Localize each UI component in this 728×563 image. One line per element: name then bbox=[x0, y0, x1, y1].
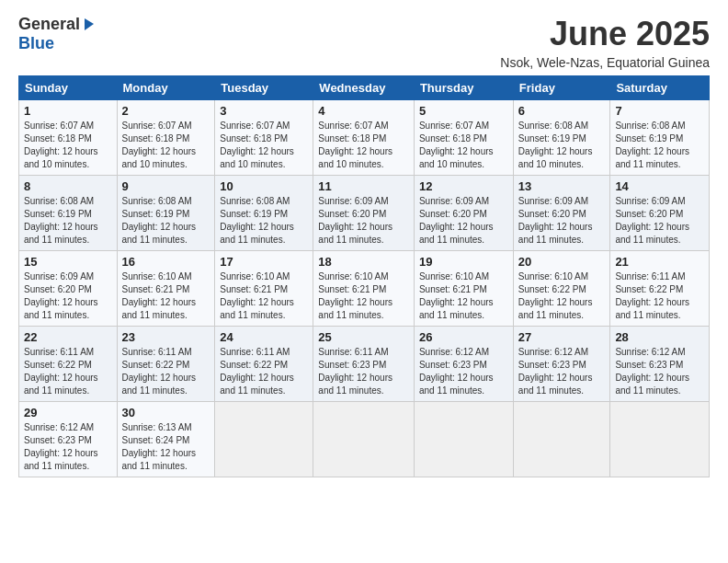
day-number: 8 bbox=[24, 179, 112, 193]
calendar-cell: 14Sunrise: 6:09 AMSunset: 6:20 PMDayligh… bbox=[610, 176, 710, 251]
calendar-title: June 2025 bbox=[500, 15, 710, 53]
day-info: Sunrise: 6:08 AMSunset: 6:19 PMDaylight:… bbox=[122, 196, 197, 245]
logo-blue: Blue bbox=[18, 34, 54, 52]
day-number: 7 bbox=[615, 104, 704, 118]
calendar-cell: 28Sunrise: 6:12 AMSunset: 6:23 PMDayligh… bbox=[610, 327, 710, 402]
day-number: 9 bbox=[122, 179, 210, 193]
calendar-cell: 26Sunrise: 6:12 AMSunset: 6:23 PMDayligh… bbox=[414, 327, 513, 402]
calendar-cell: 18Sunrise: 6:10 AMSunset: 6:21 PMDayligh… bbox=[313, 251, 415, 327]
day-number: 17 bbox=[220, 255, 308, 269]
day-info: Sunrise: 6:08 AMSunset: 6:19 PMDaylight:… bbox=[518, 121, 593, 169]
calendar-cell: 22Sunrise: 6:11 AMSunset: 6:22 PMDayligh… bbox=[19, 327, 118, 402]
day-info: Sunrise: 6:09 AMSunset: 6:20 PMDaylight:… bbox=[419, 196, 494, 245]
logo-general: General bbox=[18, 15, 80, 34]
calendar-cell: 1Sunrise: 6:07 AMSunset: 6:18 PMDaylight… bbox=[19, 100, 118, 176]
day-info: Sunrise: 6:10 AMSunset: 6:21 PMDaylight:… bbox=[419, 271, 494, 320]
day-number: 3 bbox=[220, 104, 308, 118]
day-info: Sunrise: 6:09 AMSunset: 6:20 PMDaylight:… bbox=[24, 271, 98, 320]
day-info: Sunrise: 6:10 AMSunset: 6:21 PMDaylight:… bbox=[122, 271, 197, 320]
day-number: 12 bbox=[419, 179, 508, 193]
calendar-cell bbox=[610, 402, 710, 477]
day-number: 6 bbox=[518, 104, 606, 118]
day-info: Sunrise: 6:09 AMSunset: 6:20 PMDaylight:… bbox=[615, 196, 689, 245]
calendar-cell: 24Sunrise: 6:11 AMSunset: 6:22 PMDayligh… bbox=[215, 327, 313, 402]
day-number: 29 bbox=[24, 406, 112, 419]
header-sunday: Sunday bbox=[19, 76, 118, 100]
header-friday: Friday bbox=[513, 76, 610, 100]
day-info: Sunrise: 6:10 AMSunset: 6:21 PMDaylight:… bbox=[220, 271, 294, 320]
logo: General Blue bbox=[18, 15, 96, 53]
calendar-body: 1Sunrise: 6:07 AMSunset: 6:18 PMDaylight… bbox=[19, 100, 710, 477]
calendar-page: General Blue June 2025 Nsok, Wele-Nzas, … bbox=[0, 0, 728, 563]
day-number: 27 bbox=[518, 330, 606, 344]
day-info: Sunrise: 6:11 AMSunset: 6:23 PMDaylight:… bbox=[318, 347, 392, 396]
day-info: Sunrise: 6:11 AMSunset: 6:22 PMDaylight:… bbox=[615, 271, 689, 320]
day-info: Sunrise: 6:07 AMSunset: 6:18 PMDaylight:… bbox=[419, 121, 494, 169]
day-number: 21 bbox=[615, 255, 704, 269]
calendar-cell bbox=[414, 402, 513, 477]
day-info: Sunrise: 6:09 AMSunset: 6:20 PMDaylight:… bbox=[318, 196, 392, 245]
day-number: 10 bbox=[220, 179, 308, 193]
day-number: 14 bbox=[615, 179, 704, 193]
calendar-cell: 7Sunrise: 6:08 AMSunset: 6:19 PMDaylight… bbox=[610, 100, 710, 176]
calendar-cell: 13Sunrise: 6:09 AMSunset: 6:20 PMDayligh… bbox=[513, 176, 610, 251]
day-info: Sunrise: 6:07 AMSunset: 6:18 PMDaylight:… bbox=[122, 121, 197, 169]
day-number: 4 bbox=[318, 104, 409, 118]
calendar-cell: 25Sunrise: 6:11 AMSunset: 6:23 PMDayligh… bbox=[313, 327, 415, 402]
day-number: 5 bbox=[419, 104, 508, 118]
header-tuesday: Tuesday bbox=[215, 76, 313, 100]
calendar-cell: 17Sunrise: 6:10 AMSunset: 6:21 PMDayligh… bbox=[215, 251, 313, 327]
header-thursday: Thursday bbox=[414, 76, 513, 100]
day-info: Sunrise: 6:07 AMSunset: 6:18 PMDaylight:… bbox=[24, 121, 98, 169]
day-info: Sunrise: 6:07 AMSunset: 6:18 PMDaylight:… bbox=[318, 121, 392, 169]
day-number: 22 bbox=[24, 330, 112, 344]
header: General Blue June 2025 Nsok, Wele-Nzas, … bbox=[18, 15, 710, 70]
calendar-cell: 11Sunrise: 6:09 AMSunset: 6:20 PMDayligh… bbox=[313, 176, 415, 251]
calendar-cell: 19Sunrise: 6:10 AMSunset: 6:21 PMDayligh… bbox=[414, 251, 513, 327]
day-number: 13 bbox=[518, 179, 606, 193]
day-number: 16 bbox=[122, 255, 210, 269]
calendar-cell: 21Sunrise: 6:11 AMSunset: 6:22 PMDayligh… bbox=[610, 251, 710, 327]
calendar-cell bbox=[313, 402, 415, 477]
calendar-cell bbox=[513, 402, 610, 477]
day-info: Sunrise: 6:12 AMSunset: 6:23 PMDaylight:… bbox=[419, 347, 494, 396]
calendar-cell: 12Sunrise: 6:09 AMSunset: 6:20 PMDayligh… bbox=[414, 176, 513, 251]
day-number: 25 bbox=[318, 330, 409, 344]
day-info: Sunrise: 6:08 AMSunset: 6:19 PMDaylight:… bbox=[615, 121, 689, 169]
day-info: Sunrise: 6:12 AMSunset: 6:23 PMDaylight:… bbox=[615, 347, 689, 396]
calendar-cell: 15Sunrise: 6:09 AMSunset: 6:20 PMDayligh… bbox=[19, 251, 118, 327]
day-number: 24 bbox=[220, 330, 308, 344]
day-info: Sunrise: 6:11 AMSunset: 6:22 PMDaylight:… bbox=[24, 347, 98, 396]
day-info: Sunrise: 6:09 AMSunset: 6:20 PMDaylight:… bbox=[518, 196, 593, 245]
calendar-cell: 16Sunrise: 6:10 AMSunset: 6:21 PMDayligh… bbox=[117, 251, 215, 327]
day-info: Sunrise: 6:08 AMSunset: 6:19 PMDaylight:… bbox=[220, 196, 294, 245]
weekday-header-row: Sunday Monday Tuesday Wednesday Thursday… bbox=[19, 76, 710, 100]
day-number: 1 bbox=[24, 104, 112, 118]
calendar-cell: 5Sunrise: 6:07 AMSunset: 6:18 PMDaylight… bbox=[414, 100, 513, 176]
day-info: Sunrise: 6:12 AMSunset: 6:23 PMDaylight:… bbox=[518, 347, 593, 396]
calendar-row: 8Sunrise: 6:08 AMSunset: 6:19 PMDaylight… bbox=[19, 176, 710, 251]
svg-marker-0 bbox=[85, 18, 94, 30]
calendar-subtitle: Nsok, Wele-Nzas, Equatorial Guinea bbox=[500, 55, 710, 70]
day-info: Sunrise: 6:10 AMSunset: 6:22 PMDaylight:… bbox=[518, 271, 593, 320]
logo-arrow-icon bbox=[81, 17, 96, 32]
calendar-row: 15Sunrise: 6:09 AMSunset: 6:20 PMDayligh… bbox=[19, 251, 710, 327]
calendar-cell: 27Sunrise: 6:12 AMSunset: 6:23 PMDayligh… bbox=[513, 327, 610, 402]
calendar-cell: 23Sunrise: 6:11 AMSunset: 6:22 PMDayligh… bbox=[117, 327, 215, 402]
calendar-cell: 2Sunrise: 6:07 AMSunset: 6:18 PMDaylight… bbox=[117, 100, 215, 176]
calendar-cell: 6Sunrise: 6:08 AMSunset: 6:19 PMDaylight… bbox=[513, 100, 610, 176]
day-number: 28 bbox=[615, 330, 704, 344]
calendar-cell: 10Sunrise: 6:08 AMSunset: 6:19 PMDayligh… bbox=[215, 176, 313, 251]
header-wednesday: Wednesday bbox=[313, 76, 415, 100]
day-number: 11 bbox=[318, 179, 409, 193]
day-number: 2 bbox=[122, 104, 210, 118]
calendar-row: 29Sunrise: 6:12 AMSunset: 6:23 PMDayligh… bbox=[19, 402, 710, 477]
day-number: 26 bbox=[419, 330, 508, 344]
calendar-cell: 29Sunrise: 6:12 AMSunset: 6:23 PMDayligh… bbox=[19, 402, 118, 477]
day-info: Sunrise: 6:12 AMSunset: 6:23 PMDaylight:… bbox=[24, 422, 98, 471]
calendar-cell: 3Sunrise: 6:07 AMSunset: 6:18 PMDaylight… bbox=[215, 100, 313, 176]
calendar-row: 1Sunrise: 6:07 AMSunset: 6:18 PMDaylight… bbox=[19, 100, 710, 176]
day-info: Sunrise: 6:07 AMSunset: 6:18 PMDaylight:… bbox=[220, 121, 294, 169]
title-block: June 2025 Nsok, Wele-Nzas, Equatorial Gu… bbox=[500, 15, 710, 70]
day-info: Sunrise: 6:13 AMSunset: 6:24 PMDaylight:… bbox=[122, 422, 197, 471]
